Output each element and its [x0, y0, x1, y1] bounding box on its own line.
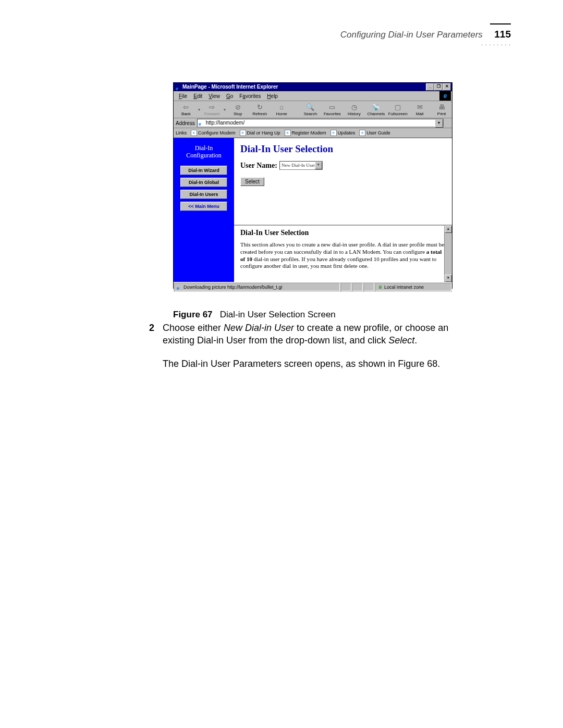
step-number: 2 — [149, 322, 154, 334]
forward-icon: ⇨ — [209, 103, 215, 111]
toolbar: ⇦Back ▾ ⇨Forward ▾ ⊘Stop ↻Refresh ⌂Home … — [174, 101, 452, 118]
history-icon: ◷ — [351, 103, 357, 111]
status-icon: e — [177, 285, 182, 290]
link-configure-modem[interactable]: eConfigure Modem — [191, 130, 236, 136]
sidebar: Dial-In Configuration Dial-In Wizard Dia… — [174, 138, 234, 282]
menu-help[interactable]: Help — [264, 93, 281, 99]
menu-edit[interactable]: Edit — [190, 93, 205, 99]
address-bar: Address e http://lanmodem/ ▾ — [174, 118, 452, 128]
upper-pane: Dial-In User Selection User Name: New Di… — [234, 138, 452, 225]
menubar: File Edit View Go Favorites Help e — [174, 91, 452, 101]
menu-favorites[interactable]: Favorites — [236, 93, 264, 99]
link-icon: e — [285, 130, 291, 136]
main-pane: Dial-In User Selection User Name: New Di… — [234, 138, 452, 282]
scrollbar-vertical[interactable]: ▴ ▾ — [444, 226, 452, 282]
page-number: 115 — [494, 29, 511, 40]
stop-icon: ⊘ — [235, 103, 241, 111]
status-text: e Downloading picture http://lanmodem/bu… — [174, 283, 340, 291]
status-box — [341, 283, 351, 291]
sidebar-wizard-button[interactable]: Dial-In Wizard — [180, 166, 227, 175]
header-label: Configuring Dial-in User Parameters — [340, 30, 483, 40]
link-user-guide[interactable]: eUser Guide — [359, 130, 390, 136]
page-header: Configuring Dial-in User Parameters 115 — [340, 29, 511, 40]
fullscreen-button[interactable]: ▢Fullscreen — [387, 102, 408, 117]
links-bar: Links eConfigure Modem eDial or Hang Up … — [174, 128, 452, 138]
figure-caption: Figure 67 Dial-in User Selection Screen — [173, 310, 336, 320]
status-box — [364, 283, 374, 291]
lower-heading: Dial-In User Selection — [240, 229, 446, 237]
refresh-button[interactable]: ↻Refresh — [249, 102, 270, 117]
back-icon: ⇦ — [183, 103, 189, 111]
menu-view[interactable]: View — [205, 93, 223, 99]
home-button[interactable]: ⌂Home — [271, 102, 292, 117]
address-label: Address — [176, 120, 197, 126]
link-icon: e — [240, 130, 246, 136]
forward-button[interactable]: ⇨Forward — [202, 102, 223, 117]
home-icon: ⌂ — [279, 103, 284, 111]
status-zone: 🖥 Local intranet zone — [375, 283, 451, 291]
scroll-down-icon[interactable]: ▾ — [445, 275, 452, 282]
select-button[interactable]: Select — [240, 177, 264, 186]
fullscreen-icon: ▢ — [395, 103, 401, 111]
ie-icon: e — [176, 84, 181, 90]
mail-icon: ✉ — [417, 103, 423, 111]
header-dots: . . . . . . . . — [481, 41, 511, 46]
link-icon: e — [359, 130, 365, 136]
dropdown-arrow-icon[interactable]: ▾ — [315, 162, 322, 169]
favorites-button[interactable]: ▭Favorites — [322, 102, 342, 117]
maximize-button[interactable]: ❐ — [434, 83, 443, 91]
body-paragraph-1: 2 Choose either New Dial-in User to crea… — [163, 322, 470, 347]
channels-button[interactable]: 📡Channels — [365, 102, 386, 117]
dropdown-icon[interactable]: ▾ — [198, 107, 201, 112]
history-button[interactable]: ◷History — [344, 102, 364, 117]
dropdown-icon[interactable]: ▾ — [224, 107, 227, 112]
channels-icon: 📡 — [372, 103, 380, 111]
menu-go[interactable]: Go — [223, 93, 236, 99]
body-paragraph-2: The Dial-in User Parameters screen opens… — [163, 359, 455, 369]
page-icon: e — [199, 120, 204, 126]
sidebar-main-menu-button[interactable]: << Main Menu — [180, 202, 227, 211]
username-label: User Name: — [240, 162, 277, 170]
minimize-button[interactable]: _ — [426, 83, 434, 91]
refresh-icon: ↻ — [257, 103, 263, 111]
zone-icon: 🖥 — [378, 283, 383, 291]
link-dial-hangup[interactable]: eDial or Hang Up — [240, 130, 280, 136]
print-icon: 🖶 — [438, 103, 445, 111]
username-dropdown[interactable]: New Dial-In User ▾ — [279, 161, 323, 170]
lower-text: This section allows you to create a new … — [240, 241, 446, 270]
sidebar-users-button[interactable]: Dial-In Users — [180, 190, 227, 199]
favorites-icon: ▭ — [329, 103, 335, 111]
back-button[interactable]: ⇦Back — [176, 102, 197, 117]
titlebar: e MainPage - Microsoft Internet Explorer… — [174, 83, 452, 91]
link-updates[interactable]: eUpdates — [331, 130, 356, 136]
scroll-up-icon[interactable]: ▴ — [445, 226, 452, 233]
ie-throbber-icon: e — [439, 91, 451, 101]
browser-window: e MainPage - Microsoft Internet Explorer… — [173, 82, 452, 289]
links-label: Links — [176, 130, 187, 135]
page-title: Dial-In User Selection — [240, 143, 446, 155]
sidebar-global-button[interactable]: Dial-In Global — [180, 178, 227, 187]
username-row: User Name: New Dial-In User ▾ — [240, 161, 446, 170]
mail-button[interactable]: ✉Mail — [409, 102, 430, 117]
link-icon: e — [331, 130, 337, 136]
print-button[interactable]: 🖶Print — [431, 102, 452, 117]
status-box — [352, 283, 363, 291]
window-title: MainPage - Microsoft Internet Explorer — [182, 83, 278, 91]
link-register-modem[interactable]: eRegister Modem — [285, 130, 326, 136]
address-dropdown-icon[interactable]: ▾ — [435, 119, 443, 128]
search-button[interactable]: 🔍Search — [300, 102, 321, 117]
sidebar-title: Dial-In Configuration — [174, 144, 234, 159]
link-icon: e — [191, 130, 197, 136]
content-area: Dial-In Configuration Dial-In Wizard Dia… — [174, 138, 452, 282]
address-input[interactable]: e http://lanmodem/ ▾ — [197, 119, 444, 127]
close-button[interactable]: ✕ — [443, 83, 451, 91]
stop-button[interactable]: ⊘Stop — [227, 102, 248, 117]
status-bar: e Downloading picture http://lanmodem/bu… — [174, 282, 452, 292]
search-icon: 🔍 — [306, 103, 314, 111]
lower-pane: Dial-In User Selection This section allo… — [234, 226, 452, 282]
menu-file[interactable]: File — [176, 93, 190, 99]
